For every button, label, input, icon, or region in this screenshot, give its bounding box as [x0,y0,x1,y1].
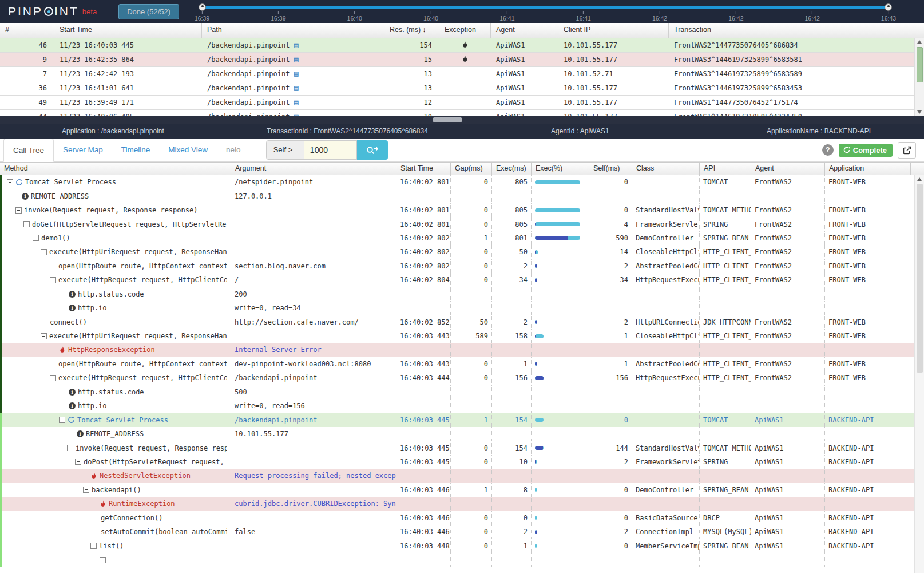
calltree-row[interactable]: execute(HttpUriRequest request, Response… [0,329,914,343]
col-exec-pct[interactable]: Exec(%) [532,162,589,175]
transaction-row[interactable]: 4911/23 16:39:49 171/backendapi.pinpoint… [0,96,914,110]
tab-nelo[interactable]: nelo [217,139,250,161]
timeline-slider[interactable]: 16:3916:3916:4016:4016:4116:4116:4216:42… [202,0,889,23]
collapse-toggle-icon[interactable] [75,459,81,465]
col-transaction[interactable]: Transaction [669,23,924,38]
collapse-toggle-icon[interactable] [90,543,97,549]
calltree-row[interactable]: Tomcat Servlet Process/netspider.pinpoin… [0,175,914,189]
scroll-up-icon[interactable] [917,177,922,181]
col-self[interactable]: Self(ms) [589,162,632,175]
method-cell[interactable]: ihttp.status.code [2,287,231,301]
hscrollbar-thumb[interactable] [433,117,462,122]
timeline-range-bar[interactable] [202,6,889,9]
col-application[interactable]: Application [825,162,911,175]
transactions-vertical-scrollbar[interactable] [914,38,924,116]
request-detail-icon[interactable]: ▤ [294,112,299,116]
calltree-row[interactable]: doPost(HttpServletRequest request, HttpS… [0,455,914,469]
col-argument[interactable]: Argument [231,162,396,175]
collapse-toggle-icon[interactable] [100,557,106,563]
txn-path[interactable]: /backendapi.pinpoint ▤ [202,38,384,52]
tab-server-map[interactable]: Server Map [54,139,112,161]
tab-call-tree[interactable]: Call Tree [3,139,54,162]
method-cell[interactable]: HttpResponseException [2,343,231,357]
collapse-toggle-icon[interactable] [59,417,65,423]
transaction-row[interactable]: 911/23 16:42:35 864/backendapi.pinpoint … [0,53,914,67]
method-cell[interactable]: getConnection() [2,511,231,525]
method-cell[interactable]: iREMOTE_ADDRESS [2,189,231,203]
collapse-toggle-icon[interactable] [50,277,56,283]
self-filter-input[interactable] [304,140,357,160]
scroll-up-icon[interactable] [917,40,922,44]
calltree-row[interactable]: invoke(Request request, Response respons… [0,441,914,455]
method-cell[interactable]: Tomcat Servlet Process [2,175,231,189]
tab-mixed-view[interactable]: Mixed View [159,139,217,161]
method-cell[interactable]: backendapi() [2,483,231,497]
method-cell[interactable]: invoke(Request request, Response respons… [2,203,231,217]
method-cell[interactable]: ihttp.status.code [2,385,231,399]
calltree-row[interactable]: doGet(HttpServletRequest request, HttpSe… [0,217,914,231]
collapse-toggle-icon[interactable] [50,375,56,381]
timeline-left-handle[interactable] [199,3,206,11]
transaction-row[interactable]: 4411/23 16:40:06 405/backendapi.pinpoint… [0,110,914,116]
method-cell[interactable]: open(HttpRoute route, HttpContext contex… [2,357,231,371]
request-detail-icon[interactable]: ▤ [294,69,299,78]
method-cell[interactable]: open(HttpRoute route, HttpContext contex… [2,259,231,273]
col-exec[interactable]: Exec(ms) [492,162,532,175]
col-api[interactable]: API [700,162,751,175]
timeline-right-handle[interactable] [885,3,892,11]
calltree-row[interactable]: execute(HttpRequest request, HttpClientC… [0,371,914,385]
calltree-row[interactable]: ihttp.status.code500 [0,385,914,399]
col-agent2[interactable]: Agent [751,162,825,175]
method-cell[interactable]: connect() [2,315,231,329]
calltree-row[interactable]: ihttp.status.code200 [0,287,914,301]
request-detail-icon[interactable]: ▤ [294,84,299,92]
calltree-row[interactable]: connect()http://section.cafe.naver.com/1… [0,315,914,329]
col-class[interactable]: Class [632,162,700,175]
col-start-time[interactable]: Start Time [54,23,202,38]
done-button[interactable]: Done (52/52) [118,4,179,19]
calltree-row[interactable]: Tomcat Servlet Process/backendapi.pinpoi… [0,413,914,426]
method-cell[interactable]: ihttp.io [2,301,231,315]
method-cell[interactable]: demo1() [2,231,231,245]
calltree-row[interactable]: setAutoCommit(boolean autoCommitFlag)fal… [0,525,914,539]
help-icon[interactable]: ? [822,144,834,156]
col-num[interactable]: # [0,23,54,38]
method-cell[interactable]: doPost(HttpServletRequest request, HttpS… [2,455,231,469]
method-cell[interactable]: invoke(Request request, Response respons… [2,441,231,455]
txn-path[interactable]: /backendapi.pinpoint ▤ [202,81,384,95]
request-detail-icon[interactable]: ▤ [294,98,299,106]
txn-path[interactable]: /backendapi.pinpoint ▤ [202,96,384,109]
calltree-row[interactable]: ihttp.iowrite=0, read=34 [0,301,914,315]
calltree-row[interactable] [0,553,914,567]
txn-path[interactable]: /backendapi.pinpoint ▤ [202,53,384,66]
col-exception[interactable]: Exception [439,23,491,38]
calltree-row[interactable]: backendapi()16:40:03 446180DemoControlle… [0,483,914,497]
method-cell[interactable]: list() [2,539,231,552]
collapse-toggle-icon[interactable] [41,333,47,339]
transactions-horizontal-scrollbar[interactable] [0,116,924,124]
calltree-row[interactable]: HttpResponseExceptionInternal Server Err… [0,343,914,357]
calltree-row[interactable]: getConnection()16:40:03 446000BasicDataS… [0,511,914,525]
scrollbar-thumb[interactable] [917,184,923,373]
calltree-row[interactable]: execute(HttpRequest request, HttpClientC… [0,273,914,287]
method-cell[interactable]: iREMOTE_ADDRESS [2,427,231,441]
calltree-row[interactable]: open(HttpRoute route, HttpContext contex… [0,357,914,371]
collapse-toggle-icon[interactable] [15,207,22,214]
col-client-ip[interactable]: Client IP [558,23,669,38]
method-cell[interactable] [2,553,231,567]
search-button[interactable] [357,140,388,160]
transaction-row[interactable]: 3611/23 16:41:01 641/backendapi.pinpoint… [0,81,914,96]
collapse-toggle-icon[interactable] [7,179,13,185]
col-gap[interactable]: Gap(ms) [451,162,492,175]
method-cell[interactable]: execute(HttpRequest request, HttpClientC… [2,371,231,385]
col-agent[interactable]: Agent [491,23,558,38]
method-cell[interactable]: setAutoCommit(boolean autoCommitFlag) [2,525,231,539]
request-detail-icon[interactable]: ▤ [294,41,299,49]
method-cell[interactable]: Tomcat Servlet Process [2,413,231,426]
calltree-row[interactable]: demo1()16:40:02 8021801590DemoController… [0,231,914,245]
col-method[interactable]: Method [0,162,231,175]
col-start[interactable]: Start Time [396,162,451,175]
transaction-row[interactable]: 711/23 16:42:42 193/backendapi.pinpoint … [0,67,914,81]
scrollbar-thumb[interactable] [917,47,923,82]
calltree-row[interactable]: invoke(Request request, Response respons… [0,203,914,217]
